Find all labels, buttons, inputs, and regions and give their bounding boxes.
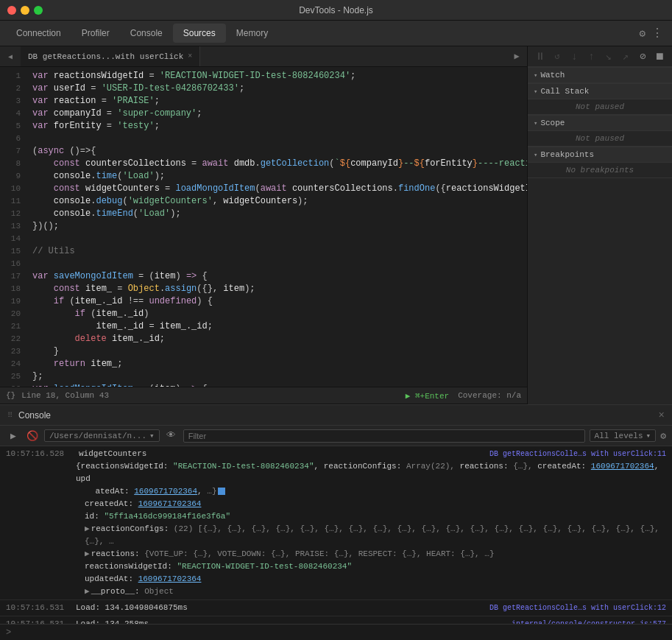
step-over-button[interactable]: ↺ bbox=[551, 49, 563, 64]
console-path-selector[interactable]: /Users/dennisat/n... ▾ bbox=[44, 429, 160, 442]
scope-section: ▾ Scope Not paused bbox=[528, 115, 672, 147]
console-toolbar: ▶ 🚫 /Users/dennisat/n... ▾ 👁 All levels … bbox=[0, 426, 672, 446]
breakpoints-arrow-icon: ▾ bbox=[534, 151, 537, 159]
load-timestamp-1: 10:57:16.531 bbox=[6, 602, 76, 614]
console-log-load-1: 10:57:16.531 Load: 134.10498046875ms DB … bbox=[0, 600, 672, 616]
console-levels-arrow-icon: ▾ bbox=[646, 431, 651, 440]
widget-header: 10:57:16.528 widgetCounters DB getReacti… bbox=[6, 448, 666, 460]
console-log-widget-counters: 10:57:16.528 widgetCounters DB getReacti… bbox=[0, 446, 672, 600]
coverage-label: Coverage: n/a bbox=[458, 391, 521, 400]
load-message-2: Load: 134.258ms bbox=[76, 618, 512, 624]
nav-tabs: Connection Profiler Console Sources Memo… bbox=[0, 21, 672, 46]
console-levels-selector[interactable]: All levels ▾ bbox=[590, 429, 657, 442]
console-gear-icon[interactable]: ⚙ bbox=[660, 430, 666, 442]
step-into-button[interactable]: ↓ bbox=[568, 49, 581, 64]
source-filename: DB getReactions...with userClick bbox=[28, 52, 183, 61]
console-run-button[interactable]: ▶ bbox=[6, 429, 21, 443]
step-button[interactable]: ↘ bbox=[602, 49, 615, 64]
watch-section: ▾ Watch bbox=[528, 67, 672, 83]
traffic-lights bbox=[7, 6, 43, 15]
step-out-button[interactable]: ↑ bbox=[585, 49, 598, 64]
load-source-2[interactable]: internal/console/constructor.js:577 bbox=[512, 618, 666, 624]
settings-icon[interactable]: ⚙ bbox=[637, 24, 648, 43]
call-stack-label: Call Stack bbox=[540, 87, 589, 96]
console-log-load-2: 10:57:16.531 Load: 134.258ms internal/co… bbox=[0, 616, 672, 624]
code-content: var reactionsWidgetId = 'REACTION-WIDGET… bbox=[26, 67, 527, 387]
call-stack-arrow-icon: ▾ bbox=[534, 88, 537, 96]
tab-connection[interactable]: Connection bbox=[6, 24, 71, 43]
breakpoints-status: No breakpoints bbox=[560, 161, 640, 179]
debugger-toolbar: ⏸ ↺ ↓ ↑ ↘ ↗ ⊘ ⏹ bbox=[528, 46, 672, 67]
tab-sources[interactable]: Sources bbox=[173, 24, 226, 43]
minimize-button[interactable] bbox=[21, 6, 29, 15]
line-numbers: 12345 678910 1112131415 1617181920 21222… bbox=[0, 67, 26, 387]
breakpoints-label: Breakpoints bbox=[540, 150, 594, 159]
console-output[interactable]: 10:57:16.528 widgetCounters DB getReacti… bbox=[0, 446, 672, 624]
log-message-1: widgetCounters bbox=[79, 448, 487, 460]
scope-header[interactable]: ▾ Scope bbox=[528, 115, 672, 131]
source-nav-left[interactable]: ◀ bbox=[0, 52, 21, 61]
status-left: {} Line 18, Column 43 bbox=[6, 391, 109, 400]
titlebar: DevTools - Node.js bbox=[0, 0, 672, 21]
console-drag-handle[interactable]: ⠿ bbox=[7, 411, 13, 420]
load-timestamp-2: 10:57:16.531 bbox=[6, 618, 76, 624]
console-filter-input[interactable] bbox=[183, 429, 585, 443]
console-input-field[interactable] bbox=[15, 627, 666, 638]
console-close-button[interactable]: × bbox=[659, 409, 665, 421]
call-stack-status: Not paused bbox=[570, 98, 630, 116]
tab-memory[interactable]: Memory bbox=[226, 24, 278, 43]
status-right: ▶ ⌘+Enter Coverage: n/a bbox=[406, 391, 521, 401]
widget-body: {reactionsWidgetId: "REACTION-ID-test-80… bbox=[6, 460, 666, 598]
breakpoints-header[interactable]: ▾ Breakpoints bbox=[528, 147, 672, 163]
log-source-1[interactable]: DB getReactionsColle…s with userClick:11 bbox=[489, 448, 666, 460]
status-braces-icon: {} bbox=[6, 391, 15, 400]
main-content: ◀ DB getReactions...with userClick × ▶ 1… bbox=[0, 46, 672, 404]
debugger-panel: ⏸ ↺ ↓ ↑ ↘ ↗ ⊘ ⏹ ▾ Watch ▾ Call Stack Not… bbox=[528, 46, 672, 404]
log-timestamp-1: 10:57:16.528 bbox=[6, 448, 76, 460]
stop-button[interactable]: ⏹ bbox=[654, 49, 666, 64]
tab-console-top[interactable]: Console bbox=[120, 24, 173, 43]
source-nav-right[interactable]: ▶ bbox=[506, 51, 527, 62]
console-path-text: /Users/dennisat/n... bbox=[49, 432, 146, 440]
watch-header[interactable]: ▾ Watch bbox=[528, 67, 672, 83]
source-panel: ◀ DB getReactions...with userClick × ▶ 1… bbox=[0, 46, 528, 404]
maximize-button[interactable] bbox=[34, 6, 43, 15]
breakpoints-section: ▾ Breakpoints No breakpoints bbox=[528, 147, 672, 178]
scope-label: Scope bbox=[540, 119, 565, 127]
code-area[interactable]: 12345 678910 1112131415 1617181920 21222… bbox=[0, 67, 527, 387]
status-position: Line 18, Column 43 bbox=[21, 391, 109, 400]
console-levels-text: All levels bbox=[595, 432, 643, 440]
step-back-button[interactable]: ↗ bbox=[619, 49, 632, 64]
window-title: DevTools - Node.js bbox=[299, 5, 373, 15]
call-stack-content: Not paused bbox=[528, 99, 672, 115]
source-file-tab[interactable]: DB getReactions...with userClick × bbox=[21, 46, 200, 66]
tab-profiler[interactable]: Profiler bbox=[71, 24, 120, 43]
console-input-row: > bbox=[0, 624, 672, 640]
source-close-btn[interactable]: × bbox=[188, 52, 192, 60]
source-tabs: ◀ DB getReactions...with userClick × ▶ bbox=[0, 46, 527, 67]
console-eye-button[interactable]: 👁 bbox=[164, 429, 179, 443]
call-stack-section: ▾ Call Stack Not paused bbox=[528, 83, 672, 115]
more-options-icon[interactable]: ⋮ bbox=[648, 23, 666, 43]
console-clear-button[interactable]: 🚫 bbox=[25, 429, 40, 443]
load-source-1[interactable]: DB getReactionsColle…s with userClick:12 bbox=[489, 602, 666, 614]
run-snippet-button[interactable]: ▶ ⌘+Enter bbox=[406, 391, 449, 401]
watch-arrow-icon: ▾ bbox=[534, 71, 537, 80]
pause-button[interactable]: ⏸ bbox=[534, 49, 546, 64]
console-path-arrow-icon: ▾ bbox=[149, 431, 155, 440]
scope-content: Not paused bbox=[528, 131, 672, 147]
breakpoints-content: No breakpoints bbox=[528, 163, 672, 178]
console-title: Console bbox=[18, 410, 51, 421]
deactivate-breakpoints-icon[interactable]: ⊘ bbox=[637, 49, 649, 64]
console-prompt-icon: > bbox=[6, 627, 11, 638]
scope-arrow-icon: ▾ bbox=[534, 119, 537, 127]
console-panel: ⠿ Console × ▶ 🚫 /Users/dennisat/n... ▾ 👁… bbox=[0, 404, 672, 640]
console-header: ⠿ Console × bbox=[0, 405, 672, 426]
watch-label: Watch bbox=[540, 71, 565, 80]
load-message-1: Load: 134.10498046875ms bbox=[76, 602, 489, 614]
call-stack-header[interactable]: ▾ Call Stack bbox=[528, 83, 672, 99]
status-bar: {} Line 18, Column 43 ▶ ⌘+Enter Coverage… bbox=[0, 387, 527, 404]
close-button[interactable] bbox=[7, 6, 16, 15]
scope-status: Not paused bbox=[570, 130, 630, 147]
